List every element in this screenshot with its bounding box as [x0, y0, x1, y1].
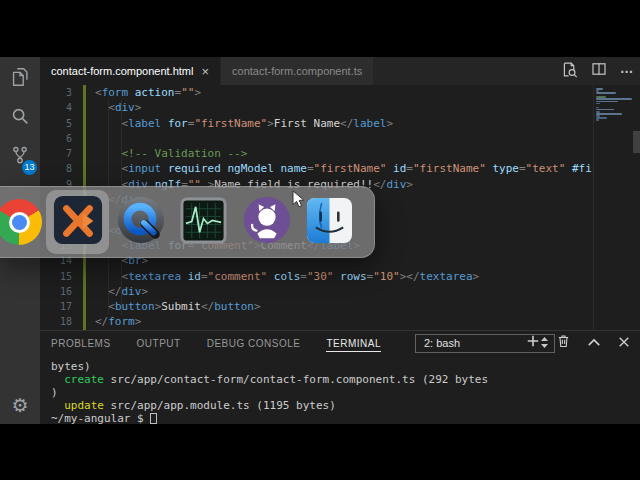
new-terminal-icon[interactable] — [526, 334, 540, 352]
code-line[interactable]: 5 <label for="firstName">First Name</lab… — [40, 116, 593, 131]
close-panel-icon[interactable] — [618, 334, 630, 352]
tab-label: contact-form.component.ts — [232, 65, 362, 77]
sidebar-item-explorer[interactable] — [0, 59, 40, 98]
maximize-panel-chevron-icon[interactable] — [587, 334, 601, 352]
tab-output[interactable]: OUTPUT — [137, 335, 181, 352]
open-preview-icon[interactable] — [561, 61, 578, 82]
terminal-session-value: 2: bash — [424, 337, 460, 349]
letterbox-top — [0, 0, 640, 57]
split-editor-icon[interactable] — [591, 61, 607, 81]
gear-icon: ⚙ — [11, 394, 28, 416]
more-actions-icon[interactable]: ⋯ — [620, 64, 634, 79]
vscode-icon — [53, 195, 103, 249]
code-line[interactable]: 4 <div> — [40, 100, 593, 115]
tab-debug-console[interactable]: DEBUG CONSOLE — [207, 335, 301, 352]
editor-tab-bar: contact-form.component.html × contact-fo… — [40, 57, 640, 85]
code-line[interactable]: 15 <textarea id="comment" cols="30" rows… — [40, 269, 593, 284]
app-switcher-item-github[interactable] — [235, 190, 298, 254]
code-line[interactable]: 6 — [40, 131, 593, 146]
code-line[interactable]: 17 <button>Submit</button> — [40, 299, 593, 314]
files-icon — [9, 66, 31, 92]
tab-label: contact-form.component.html — [51, 65, 193, 77]
minimap[interactable] — [593, 85, 633, 330]
activity-monitor-icon — [180, 197, 227, 248]
code-line[interactable]: 18</form> — [40, 314, 593, 329]
terminal-line: bytes) — [51, 360, 640, 373]
settings-gear-button[interactable]: ⚙ — [0, 392, 40, 418]
code-line[interactable]: 8 <input required ngModel name="firstNam… — [40, 161, 593, 176]
app-switcher-item-quicktime[interactable] — [109, 190, 172, 254]
terminal-line: update src/app/app.module.ts (1195 bytes… — [51, 399, 640, 412]
tab-contact-form-component-html[interactable]: contact-form.component.html × — [40, 57, 220, 85]
quicktime-icon — [116, 195, 166, 249]
finder-icon — [306, 197, 353, 248]
search-icon — [9, 105, 31, 131]
screenshot-stage: 13 ⚙ contact-form.component.html × conta… — [0, 0, 640, 480]
terminal-output[interactable]: bytes) create src/app/contact-form/conta… — [40, 355, 640, 424]
github-icon — [242, 195, 292, 249]
app-switcher-item-chrome[interactable] — [0, 190, 46, 254]
panel-actions — [526, 331, 630, 355]
terminal-line: ~/my-angular $ — [51, 412, 640, 424]
code-line[interactable]: 7 <!-- Validation --> — [40, 146, 593, 161]
code-line[interactable]: 3<form action=""> — [40, 85, 593, 100]
panel-header: PROBLEMS OUTPUT DEBUG CONSOLE TERMINAL 2… — [40, 331, 640, 355]
tab-contact-form-component-ts[interactable]: contact-form.component.ts — [220, 57, 373, 85]
terminal-line: ) — [51, 386, 640, 399]
editor-scrollbar[interactable] — [633, 131, 640, 153]
sidebar-item-source-control[interactable]: 13 — [0, 137, 40, 176]
app-switcher-overlay — [0, 186, 375, 258]
kill-terminal-trash-icon[interactable] — [557, 334, 570, 352]
tab-terminal[interactable]: TERMINAL — [326, 335, 381, 352]
letterbox-bottom — [0, 424, 640, 480]
app-switcher-item-vscode[interactable] — [46, 190, 109, 254]
scm-badge: 13 — [22, 160, 37, 175]
mouse-cursor — [292, 190, 305, 212]
editor-actions: ⋯ — [561, 57, 634, 85]
bottom-panel: PROBLEMS OUTPUT DEBUG CONSOLE TERMINAL 2… — [40, 330, 640, 424]
tab-problems[interactable]: PROBLEMS — [51, 335, 111, 352]
code-line[interactable]: 16 </div> — [40, 284, 593, 299]
close-icon[interactable]: × — [201, 65, 209, 78]
terminal-line: create src/app/contact-form/contact-form… — [51, 373, 640, 386]
app-switcher-item-finder[interactable] — [298, 190, 361, 254]
sidebar-item-search[interactable] — [0, 98, 40, 137]
app-switcher-item-activity-monitor[interactable] — [172, 190, 235, 254]
terminal-cursor — [150, 413, 157, 424]
chrome-icon — [0, 199, 42, 245]
